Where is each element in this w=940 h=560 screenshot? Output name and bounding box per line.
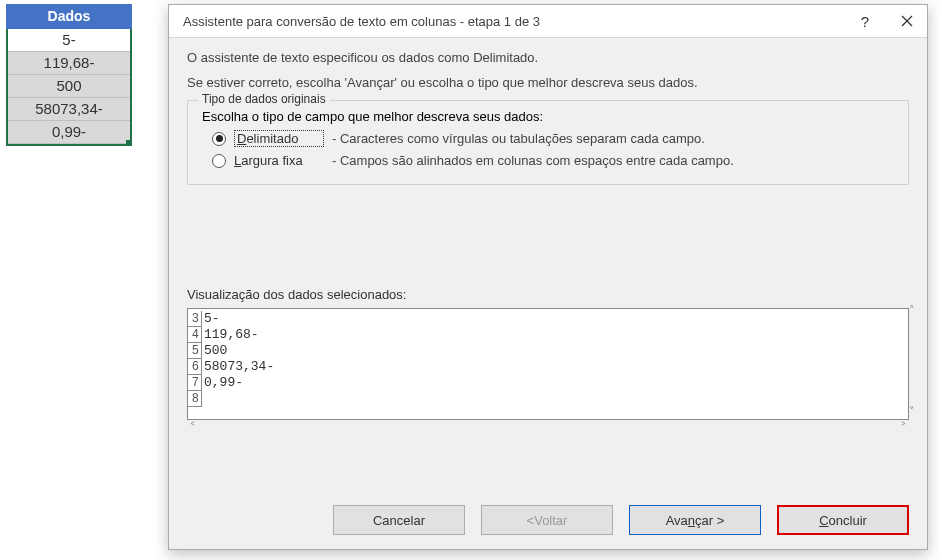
help-button[interactable]: ? xyxy=(855,11,875,31)
group-prompt: Escolha o tipo de campo que melhor descr… xyxy=(202,109,894,124)
finish-button[interactable]: Concluir xyxy=(777,505,909,535)
fill-handle[interactable] xyxy=(126,140,132,146)
group-title: Tipo de dados originais xyxy=(198,92,330,106)
scroll-up-icon: ˄ xyxy=(909,304,925,317)
radio-delimited-label: Delimitado xyxy=(234,130,324,147)
preview-row: 8 xyxy=(188,391,908,407)
intro-text-2: Se estiver correto, escolha 'Avançar' ou… xyxy=(187,75,909,90)
radio-icon xyxy=(212,154,226,168)
radio-fixed-width[interactable]: Largura fixa - Campos são alinhados em c… xyxy=(212,153,894,168)
scroll-down-icon: ˅ xyxy=(909,405,925,418)
original-data-type-group: Tipo de dados originais Escolha o tipo d… xyxy=(187,100,909,185)
preview-row: 35- xyxy=(188,311,908,327)
data-preview: 35- 4119,68- 5500 658073,34- 70,99- 8 xyxy=(187,308,909,420)
cell[interactable]: 500 xyxy=(8,75,130,98)
dialog-title: Assistente para conversão de texto em co… xyxy=(183,14,540,29)
close-icon xyxy=(901,15,913,27)
scroll-right-icon: ˃ xyxy=(900,420,907,436)
close-button[interactable] xyxy=(897,11,917,31)
cell[interactable]: 119,68- xyxy=(8,52,130,75)
preview-scrollbar-horizontal[interactable]: ˂ ˃ xyxy=(187,420,909,436)
scroll-left-icon: ˂ xyxy=(189,420,196,436)
preview-row: 70,99- xyxy=(188,375,908,391)
preview-label: Visualização dos dados selecionados: xyxy=(187,287,909,302)
preview-row: 5500 xyxy=(188,343,908,359)
text-to-columns-wizard-dialog: Assistente para conversão de texto em co… xyxy=(168,4,928,550)
radio-fixed-width-label: Largura fixa xyxy=(234,153,324,168)
column-header: Dados xyxy=(6,4,132,29)
intro-text-1: O assistente de texto especificou os dad… xyxy=(187,50,909,65)
radio-icon xyxy=(212,132,226,146)
selected-range[interactable]: 5- 119,68- 500 58073,34- 0,99- xyxy=(6,29,132,146)
dialog-button-row: Cancelar < Voltar Avançar > Concluir xyxy=(169,489,927,549)
spreadsheet-column: Dados 5- 119,68- 500 58073,34- 0,99- xyxy=(6,4,132,146)
next-button[interactable]: Avançar > xyxy=(629,505,761,535)
cell[interactable]: 5- xyxy=(8,29,130,52)
titlebar: Assistente para conversão de texto em co… xyxy=(169,5,927,38)
cell[interactable]: 58073,34- xyxy=(8,98,130,121)
cancel-button[interactable]: Cancelar xyxy=(333,505,465,535)
radio-fixed-width-desc: - Campos são alinhados em colunas com es… xyxy=(332,153,734,168)
preview-row: 4119,68- xyxy=(188,327,908,343)
back-button: < Voltar xyxy=(481,505,613,535)
cell[interactable]: 0,99- xyxy=(8,121,130,144)
preview-scrollbar-vertical[interactable]: ˄ ˅ xyxy=(909,302,925,420)
preview-row: 658073,34- xyxy=(188,359,908,375)
radio-delimited-desc: - Caracteres como vírgulas ou tabulações… xyxy=(332,131,705,146)
radio-delimited[interactable]: Delimitado - Caracteres como vírgulas ou… xyxy=(212,130,894,147)
